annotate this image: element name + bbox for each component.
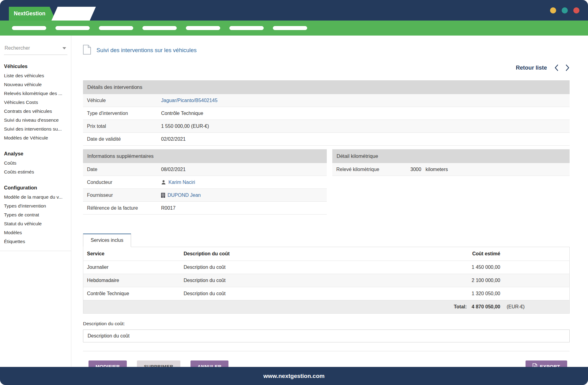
sidebar-item[interactable]: Suivi du niveau d'essence [4, 116, 68, 124]
person-icon [161, 180, 166, 185]
row-label: Référence de la facture [83, 205, 161, 211]
nav-pill-3[interactable] [99, 26, 133, 30]
description-label: Description du coût: [83, 321, 570, 326]
row-value-link[interactable]: Jaguar/Picanto/B5402145 [161, 98, 217, 103]
services-total: Total:4 870 050,00 [440, 300, 504, 314]
detail-row: Date08/02/2021 [83, 163, 327, 176]
detail-row: Type d'interventionContrôle Technique [83, 107, 570, 120]
sidebar-item[interactable]: Coûts [4, 158, 68, 167]
sidebar-item[interactable]: Suivi des interventions su... [4, 124, 68, 133]
cost-cell: 2 100 000,00 [440, 274, 504, 287]
window-controls [550, 7, 579, 13]
sidebar-item[interactable]: Modèles [4, 228, 68, 237]
row-label: Conducteur [83, 180, 161, 185]
services-total-row: Total:4 870 050,00 (EUR-€) [83, 300, 570, 314]
service-row: HebdomadaireDescription du coût2 100 000… [83, 274, 570, 287]
info-panel: Informations supplémentaires Date08/02/2… [83, 149, 327, 215]
service-row: JournalierDescription du coût1 450 000,0… [83, 261, 570, 274]
description-input[interactable]: Description du coût [83, 330, 570, 342]
top-header: NextGestion [0, 0, 588, 21]
delete-button[interactable]: SUPPRIMER [137, 360, 180, 367]
km-panel-header: Détail kilométrique [332, 149, 570, 163]
sidebar-item[interactable]: Liste des véhicules [4, 71, 68, 80]
row-value: 1 550 000,00 (EUR-€) [161, 124, 209, 129]
description-cell: Description du coût [180, 274, 440, 287]
tab-services-inclus[interactable]: Services inclus [83, 234, 131, 247]
window-minimize-dot[interactable] [550, 7, 556, 13]
detail-row: FournisseurDUPOND Jean [83, 189, 327, 202]
detail-row: Relevé kilomètrique3000kilometers [332, 163, 570, 176]
row-value: R0017 [161, 205, 175, 211]
sidebar-section-title: Véhicules [4, 63, 68, 69]
detail-row: ConducteurKarim Naciri [83, 176, 327, 189]
spacer-cell [504, 261, 570, 274]
row-label: Fournisseur [83, 192, 161, 198]
sidebar-item[interactable]: Nouveau véhicule [4, 80, 68, 89]
sidebar-item[interactable]: Statut du véhicule [4, 219, 68, 228]
nav-pill-1[interactable] [12, 26, 46, 30]
window-close-dot[interactable] [573, 7, 579, 13]
nav-pill-6[interactable] [229, 26, 264, 30]
document-icon [83, 45, 91, 56]
modify-button[interactable]: MODIFIER [89, 360, 127, 367]
row-value-link[interactable]: Karim Naciri [161, 180, 195, 185]
nav-pill-5[interactable] [186, 26, 220, 30]
row-value: 02/02/2021 [161, 136, 186, 142]
spacer-cell [504, 274, 570, 287]
export-button[interactable]: EXPORT [526, 360, 567, 367]
record-nav: Retour liste [83, 64, 570, 71]
cost-cell: 1 320 050,00 [440, 287, 504, 300]
previous-record-button[interactable] [554, 64, 558, 71]
cost-cell: 1 450 000,00 [440, 261, 504, 274]
sidebar-item[interactable]: Étiquettes [4, 237, 68, 246]
sidebar-item[interactable]: Types de contrat [4, 210, 68, 219]
main-navbar [0, 21, 588, 36]
sidebar-item[interactable]: Coûts estimés [4, 167, 68, 176]
sidebar-item[interactable]: Modèle de la marque du v... [4, 192, 68, 201]
details-panel: Détails des interventions VéhiculeJaguar… [83, 80, 570, 146]
description-cell: Description du coût [180, 287, 440, 300]
sidebar-item[interactable]: Modèles de Véhicule [4, 133, 68, 142]
sidebar-item[interactable]: Types d'intervention [4, 201, 68, 210]
row-label: Type d'intervention [83, 111, 161, 116]
row-value: Contrôle Technique [161, 111, 203, 116]
row-unit: kilometers [426, 167, 448, 172]
service-cell: Journalier [83, 261, 180, 274]
next-record-button[interactable] [566, 64, 570, 71]
detail-row: Prix total1 550 000,00 (EUR-€) [83, 120, 570, 133]
detail-row: Date de validité02/02/2021 [83, 133, 570, 146]
detail-row: Référence de la factureR0017 [83, 202, 327, 215]
app-window: NextGestion Rechercher VéhiculesListe de… [0, 0, 588, 385]
chevron-down-icon [62, 47, 66, 49]
spacer-cell [504, 287, 570, 300]
row-value-link[interactable]: DUPOND Jean [161, 192, 201, 198]
nav-pill-7[interactable] [273, 26, 307, 30]
sidebar-item[interactable]: Relevés kilomètrique des ... [4, 89, 68, 98]
detail-row: VéhiculeJaguar/Picanto/B5402145 [83, 94, 570, 107]
nav-pill-4[interactable] [142, 26, 177, 30]
return-list-link[interactable]: Retour liste [516, 64, 547, 71]
cancel-button[interactable]: ANNULER [190, 360, 229, 367]
services-column-spacer [504, 247, 570, 261]
footer-url: www.nextgestion.com [263, 373, 325, 379]
info-panel-header: Informations supplémentaires [83, 149, 327, 163]
row-label: Véhicule [83, 98, 161, 103]
services-column-header: Coût estimé [440, 247, 504, 261]
window-maximize-dot[interactable] [562, 7, 568, 13]
sidebar-item[interactable]: Véhicules Costs [4, 98, 68, 107]
sidebar-item[interactable]: Contrats des véhicules [4, 107, 68, 116]
brand-logo[interactable]: NextGestion [9, 7, 56, 21]
row-label: Date [83, 167, 161, 172]
row-label: Relevé kilomètrique [332, 167, 410, 172]
export-file-icon [533, 363, 537, 367]
services-tabs: Services inclus [83, 234, 570, 247]
search-input[interactable]: Rechercher [4, 44, 67, 55]
nav-pill-2[interactable] [55, 26, 90, 30]
service-cell: Contrôle Technique [83, 287, 180, 300]
service-cell: Hebdomadaire [83, 274, 180, 287]
sidebar-section-title: Analyse [4, 151, 68, 157]
actions-bar: MODIFIER SUPPRIMER ANNULER EXPORT [83, 360, 570, 367]
service-row: Contrôle TechniqueDescription du coût1 3… [83, 287, 570, 300]
row-label: Date de validité [83, 136, 161, 142]
row-label: Prix total [83, 124, 161, 129]
